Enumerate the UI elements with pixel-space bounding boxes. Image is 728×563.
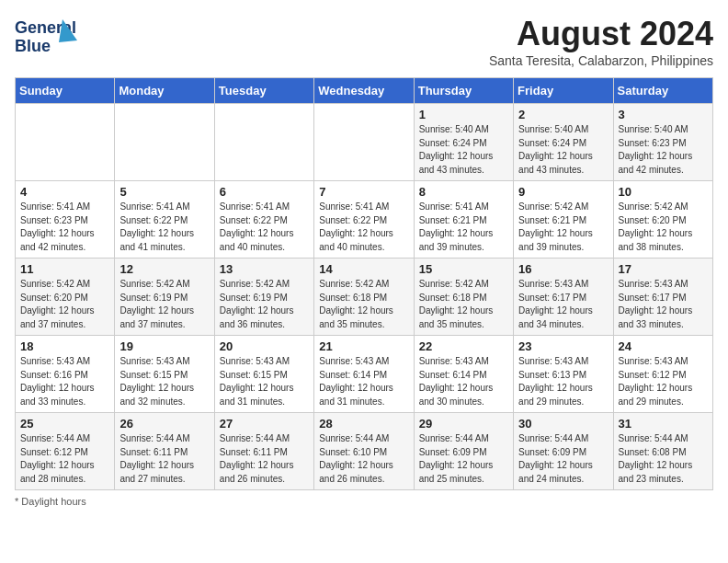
calendar-cell: 15Sunrise: 5:42 AM Sunset: 6:18 PM Dayli… [414, 259, 513, 336]
calendar-cell: 27Sunrise: 5:44 AM Sunset: 6:11 PM Dayli… [214, 413, 313, 490]
day-info: Sunrise: 5:43 AM Sunset: 6:15 PM Dayligh… [220, 355, 309, 408]
day-number: 28 [319, 417, 408, 431]
footer-note-text: Daylight hours [21, 496, 85, 507]
week-row-4: 18Sunrise: 5:43 AM Sunset: 6:16 PM Dayli… [16, 336, 713, 413]
calendar-cell: 9Sunrise: 5:42 AM Sunset: 6:21 PM Daylig… [514, 181, 613, 259]
day-info: Sunrise: 5:41 AM Sunset: 6:22 PM Dayligh… [319, 201, 408, 254]
week-row-2: 4Sunrise: 5:41 AM Sunset: 6:23 PM Daylig… [16, 181, 713, 259]
calendar-cell: 11Sunrise: 5:42 AM Sunset: 6:20 PM Dayli… [16, 259, 115, 336]
day-number: 14 [319, 262, 408, 276]
location: Santa Teresita, Calabarzon, Philippines [489, 53, 713, 68]
day-info: Sunrise: 5:44 AM Sunset: 6:09 PM Dayligh… [518, 432, 608, 486]
day-info: Sunrise: 5:42 AM Sunset: 6:19 PM Dayligh… [119, 278, 209, 331]
calendar-cell: 23Sunrise: 5:43 AM Sunset: 6:13 PM Dayli… [514, 336, 613, 413]
day-number: 24 [619, 339, 708, 353]
calendar-cell: 1Sunrise: 5:40 AM Sunset: 6:24 PM Daylig… [414, 104, 513, 181]
day-number: 10 [619, 185, 708, 199]
day-number: 3 [619, 108, 708, 121]
calendar-cell: 16Sunrise: 5:43 AM Sunset: 6:17 PM Dayli… [514, 259, 613, 336]
day-header-tuesday: Tuesday [214, 78, 313, 104]
day-info: Sunrise: 5:41 AM Sunset: 6:22 PM Dayligh… [119, 201, 209, 254]
day-number: 15 [419, 262, 508, 276]
day-number: 5 [119, 185, 209, 199]
day-number: 27 [220, 417, 309, 431]
calendar-cell: 3Sunrise: 5:40 AM Sunset: 6:23 PM Daylig… [613, 104, 712, 181]
day-number: 6 [220, 185, 309, 199]
calendar-cell [16, 104, 115, 181]
svg-text:Blue: Blue [15, 37, 51, 55]
calendar-cell [115, 104, 214, 181]
header: GeneralBlue August 2024 Santa Teresita, … [15, 15, 713, 68]
day-info: Sunrise: 5:43 AM Sunset: 6:13 PM Dayligh… [518, 355, 608, 408]
day-number: 8 [419, 185, 508, 199]
calendar-cell: 14Sunrise: 5:42 AM Sunset: 6:18 PM Dayli… [314, 259, 414, 336]
calendar-cell: 19Sunrise: 5:43 AM Sunset: 6:15 PM Dayli… [115, 336, 214, 413]
day-number: 30 [518, 417, 608, 431]
day-info: Sunrise: 5:43 AM Sunset: 6:12 PM Dayligh… [619, 355, 708, 408]
day-info: Sunrise: 5:44 AM Sunset: 6:11 PM Dayligh… [220, 432, 309, 486]
day-info: Sunrise: 5:44 AM Sunset: 6:09 PM Dayligh… [419, 432, 508, 486]
calendar-cell: 24Sunrise: 5:43 AM Sunset: 6:12 PM Dayli… [613, 336, 712, 413]
calendar-cell: 18Sunrise: 5:43 AM Sunset: 6:16 PM Dayli… [16, 336, 115, 413]
day-header-monday: Monday [115, 78, 214, 104]
day-number: 22 [419, 339, 508, 353]
day-info: Sunrise: 5:41 AM Sunset: 6:21 PM Dayligh… [419, 201, 508, 254]
day-number: 13 [220, 262, 309, 276]
day-info: Sunrise: 5:40 AM Sunset: 6:24 PM Dayligh… [419, 123, 508, 177]
calendar-cell: 4Sunrise: 5:41 AM Sunset: 6:23 PM Daylig… [16, 181, 115, 259]
day-info: Sunrise: 5:43 AM Sunset: 6:14 PM Dayligh… [419, 355, 508, 408]
footer-note: * Daylight hours [15, 496, 713, 507]
day-header-saturday: Saturday [613, 78, 712, 104]
calendar-cell: 5Sunrise: 5:41 AM Sunset: 6:22 PM Daylig… [115, 181, 214, 259]
calendar-cell: 20Sunrise: 5:43 AM Sunset: 6:15 PM Dayli… [214, 336, 313, 413]
logo: GeneralBlue [15, 15, 88, 61]
day-number: 21 [319, 339, 408, 353]
day-number: 12 [119, 262, 209, 276]
calendar-cell: 10Sunrise: 5:42 AM Sunset: 6:20 PM Dayli… [613, 181, 712, 259]
day-info: Sunrise: 5:44 AM Sunset: 6:11 PM Dayligh… [119, 432, 209, 486]
calendar-table: SundayMondayTuesdayWednesdayThursdayFrid… [15, 77, 713, 490]
day-header-sunday: Sunday [16, 78, 115, 104]
calendar-cell: 22Sunrise: 5:43 AM Sunset: 6:14 PM Dayli… [414, 336, 513, 413]
day-info: Sunrise: 5:42 AM Sunset: 6:21 PM Dayligh… [518, 201, 608, 254]
day-info: Sunrise: 5:43 AM Sunset: 6:17 PM Dayligh… [518, 278, 608, 331]
day-number: 18 [20, 339, 109, 353]
day-info: Sunrise: 5:40 AM Sunset: 6:23 PM Dayligh… [619, 123, 708, 177]
day-number: 1 [419, 108, 508, 121]
day-number: 2 [518, 108, 608, 121]
day-info: Sunrise: 5:43 AM Sunset: 6:14 PM Dayligh… [319, 355, 408, 408]
calendar-cell [314, 104, 414, 181]
calendar-cell: 12Sunrise: 5:42 AM Sunset: 6:19 PM Dayli… [115, 259, 214, 336]
day-number: 11 [20, 262, 109, 276]
title-area: August 2024 Santa Teresita, Calabarzon, … [489, 15, 713, 68]
day-info: Sunrise: 5:42 AM Sunset: 6:19 PM Dayligh… [220, 278, 309, 331]
day-number: 4 [20, 185, 109, 199]
calendar-cell: 13Sunrise: 5:42 AM Sunset: 6:19 PM Dayli… [214, 259, 313, 336]
day-info: Sunrise: 5:44 AM Sunset: 6:12 PM Dayligh… [20, 432, 109, 486]
calendar-cell: 17Sunrise: 5:43 AM Sunset: 6:17 PM Dayli… [613, 259, 712, 336]
day-info: Sunrise: 5:42 AM Sunset: 6:18 PM Dayligh… [319, 278, 408, 331]
day-info: Sunrise: 5:40 AM Sunset: 6:24 PM Dayligh… [518, 123, 608, 177]
day-info: Sunrise: 5:43 AM Sunset: 6:15 PM Dayligh… [119, 355, 209, 408]
day-info: Sunrise: 5:42 AM Sunset: 6:18 PM Dayligh… [419, 278, 508, 331]
day-info: Sunrise: 5:43 AM Sunset: 6:16 PM Dayligh… [20, 355, 109, 408]
day-number: 26 [119, 417, 209, 431]
calendar-cell: 8Sunrise: 5:41 AM Sunset: 6:21 PM Daylig… [414, 181, 513, 259]
day-number: 17 [619, 262, 708, 276]
calendar-cell: 30Sunrise: 5:44 AM Sunset: 6:09 PM Dayli… [514, 413, 613, 490]
day-info: Sunrise: 5:43 AM Sunset: 6:17 PM Dayligh… [619, 278, 708, 331]
day-info: Sunrise: 5:42 AM Sunset: 6:20 PM Dayligh… [619, 201, 708, 254]
day-number: 7 [319, 185, 408, 199]
day-number: 23 [518, 339, 608, 353]
day-number: 20 [220, 339, 309, 353]
day-header-wednesday: Wednesday [314, 78, 414, 104]
calendar-cell: 2Sunrise: 5:40 AM Sunset: 6:24 PM Daylig… [514, 104, 613, 181]
week-row-3: 11Sunrise: 5:42 AM Sunset: 6:20 PM Dayli… [16, 259, 713, 336]
day-header-thursday: Thursday [414, 78, 513, 104]
calendar-cell: 25Sunrise: 5:44 AM Sunset: 6:12 PM Dayli… [16, 413, 115, 490]
calendar-cell: 26Sunrise: 5:44 AM Sunset: 6:11 PM Dayli… [115, 413, 214, 490]
calendar-cell: 6Sunrise: 5:41 AM Sunset: 6:22 PM Daylig… [214, 181, 313, 259]
calendar-cell [214, 104, 313, 181]
calendar-cell: 31Sunrise: 5:44 AM Sunset: 6:08 PM Dayli… [613, 413, 712, 490]
day-info: Sunrise: 5:42 AM Sunset: 6:20 PM Dayligh… [20, 278, 109, 331]
